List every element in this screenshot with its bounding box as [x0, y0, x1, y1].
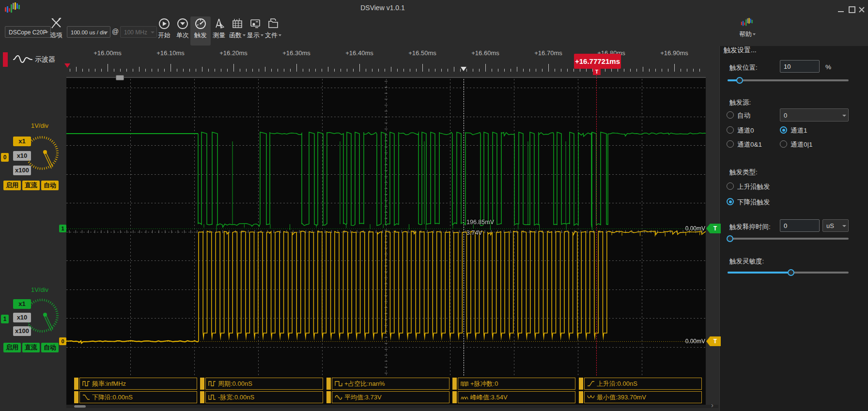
ch1-trace-handle[interactable]: 1: [59, 225, 66, 232]
data-start-marker-icon: [64, 63, 70, 68]
ch1-vdiv-dial[interactable]: [28, 291, 59, 341]
measure-cell[interactable]: 周期:0.00nS: [200, 378, 323, 390]
ch0-trigger-flag[interactable]: T: [706, 336, 721, 346]
function-grid-icon: [231, 17, 244, 30]
device-select[interactable]: DSCope C20P: [5, 26, 51, 38]
ch0-coupling-button[interactable]: 直流: [22, 181, 40, 190]
mean-value-icon: [335, 394, 342, 400]
window-title: DSView v1.0.1: [0, 4, 765, 12]
measure-cell[interactable]: +占空比:nan%: [326, 378, 450, 390]
trigger-position-slider[interactable]: [728, 79, 849, 81]
ruler-label: +16.20ms: [219, 49, 247, 57]
title-bar: DSView v1.0.1: [0, 0, 868, 16]
measure-cell[interactable]: -脉宽:0.00nS: [200, 391, 323, 403]
ch1-sidebar-badge: 1: [1, 315, 9, 323]
trigger-panel-title: 触发设置...: [724, 46, 757, 55]
trigger-position-label: 触发位置:: [729, 63, 758, 72]
pan-handle[interactable]: [116, 75, 124, 80]
radio-source-ch1[interactable]: [780, 126, 787, 134]
ch0-vdiv-dial[interactable]: [28, 129, 59, 178]
holdoff-unit-select[interactable]: uS: [822, 219, 849, 232]
trigger-time-badge[interactable]: +16.77721ms: [574, 54, 621, 69]
ch0-autoset-button[interactable]: 自动: [41, 181, 59, 190]
trigger-holdoff-slider-handle[interactable]: [727, 235, 733, 242]
measure-cell[interactable]: 频率:infMHz: [74, 378, 197, 390]
source-channel-select[interactable]: 0: [780, 108, 849, 122]
pulse-count-icon: [461, 381, 468, 387]
help-button[interactable]: 帮助: [737, 17, 758, 39]
neg-pulse-width-icon: [208, 394, 216, 400]
measure-cell[interactable]: 上升沿:0.00nS: [579, 378, 702, 390]
options-button[interactable]: 选项: [46, 17, 67, 40]
trigger-holdoff-input[interactable]: [780, 219, 820, 232]
help-logo-icon: [741, 17, 754, 29]
ruler-label: +16.90ms: [660, 49, 688, 57]
toolbar-button-file[interactable]: 文件: [263, 17, 284, 40]
ch0-zero-level-label: 0.00mV: [671, 338, 705, 345]
measure-cell[interactable]: 下降沿:0.00nS: [74, 391, 197, 403]
cursor-ruler-arrow-icon[interactable]: [461, 67, 466, 71]
duty-cycle-icon: [335, 381, 342, 387]
radio-falling-edge-label[interactable]: 下降沿触发: [737, 198, 770, 207]
ruler-label: +16.60ms: [471, 49, 499, 57]
ch0-sidebar-badge: 0: [1, 153, 9, 162]
trigger-position-line: [596, 75, 597, 376]
radio-source-ch0[interactable]: [727, 126, 734, 134]
ch0-enable-button[interactable]: 启用: [3, 181, 21, 190]
ch1-trigger-flag[interactable]: T: [706, 224, 721, 233]
radio-source-ch1-label[interactable]: 通道1: [790, 126, 807, 135]
ch1-coupling-button[interactable]: 直流: [22, 343, 40, 352]
radio-source-ch0and1[interactable]: [727, 140, 734, 148]
samplerate-select[interactable]: 100 MHz: [120, 26, 157, 38]
ruler-label: +16.70ms: [534, 49, 562, 57]
radio-source-ch0and1-label[interactable]: 通道0&1: [737, 140, 762, 149]
scope-tab-indicator: [3, 52, 8, 67]
trigger-sensitivity-slider-handle[interactable]: [788, 269, 794, 276]
rising-edge-icon: [587, 381, 595, 387]
minimize-button[interactable]: [838, 6, 846, 13]
waveform-canvas[interactable]: [66, 79, 706, 376]
ch0-trace-handle[interactable]: 0: [59, 337, 66, 345]
radio-source-ch0-label[interactable]: 通道0: [737, 126, 754, 135]
maximize-button[interactable]: [849, 6, 856, 13]
radio-rising-edge-label[interactable]: 上升沿触发: [737, 183, 770, 191]
measure-cell[interactable]: 峰峰值:3.54V: [452, 391, 575, 403]
measure-cell[interactable]: 最小值:393.70mV: [579, 391, 702, 403]
radio-source-ch0or1[interactable]: [780, 140, 787, 148]
horizontal-scrollbar[interactable]: [66, 405, 718, 408]
horizontal-scrollbar-thumb[interactable]: [74, 405, 86, 408]
trigger-t-marker[interactable]: T: [593, 69, 601, 75]
radio-source-ch0or1-label[interactable]: 通道0|1: [790, 140, 813, 149]
square-wave-icon: [82, 381, 90, 387]
trigger-position-input[interactable]: [780, 60, 820, 73]
ch1-autoset-button[interactable]: 自动: [41, 343, 59, 352]
cursor-ch0-value: 3.74V: [466, 229, 482, 236]
timebase-select[interactable]: 100.00 us / div: [67, 26, 110, 38]
close-button[interactable]: [858, 6, 866, 13]
measure-cell[interactable]: +脉冲数:0: [452, 378, 575, 390]
ruler-label: +16.10ms: [156, 49, 184, 57]
percent-label: %: [825, 63, 831, 71]
trigger-position-slider-handle[interactable]: [736, 77, 743, 84]
scope-tab-label[interactable]: 示波器: [35, 55, 55, 64]
device-select-value: DSCope C20P: [9, 29, 47, 36]
ch1-enable-button[interactable]: 启用: [3, 343, 21, 352]
ch1-zero-level-label: 0.00mV: [671, 225, 705, 232]
falling-edge-icon: [82, 394, 90, 400]
trigger-type-label: 触发类型:: [729, 168, 758, 177]
min-value-icon: [587, 394, 595, 400]
display-icon: [249, 17, 262, 30]
radio-rising-edge[interactable]: [727, 183, 734, 190]
radio-source-auto-label[interactable]: 自动: [737, 111, 750, 120]
radio-source-auto[interactable]: [727, 111, 734, 119]
chevron-down-icon: [753, 33, 756, 35]
oscilloscope-wave-icon[interactable]: [13, 53, 33, 65]
ch0-vdiv-label: 1V/div: [25, 122, 54, 129]
ruler-label: +16.40ms: [345, 49, 373, 57]
ruler-label: +16.00ms: [93, 49, 121, 57]
trigger-holdoff-slider[interactable]: [728, 238, 849, 240]
radio-falling-edge[interactable]: [727, 198, 734, 205]
measure-cell[interactable]: 平均值:3.73V: [326, 391, 450, 403]
square-wave-icon: [208, 381, 216, 387]
measure-cursor-line[interactable]: [464, 79, 464, 376]
